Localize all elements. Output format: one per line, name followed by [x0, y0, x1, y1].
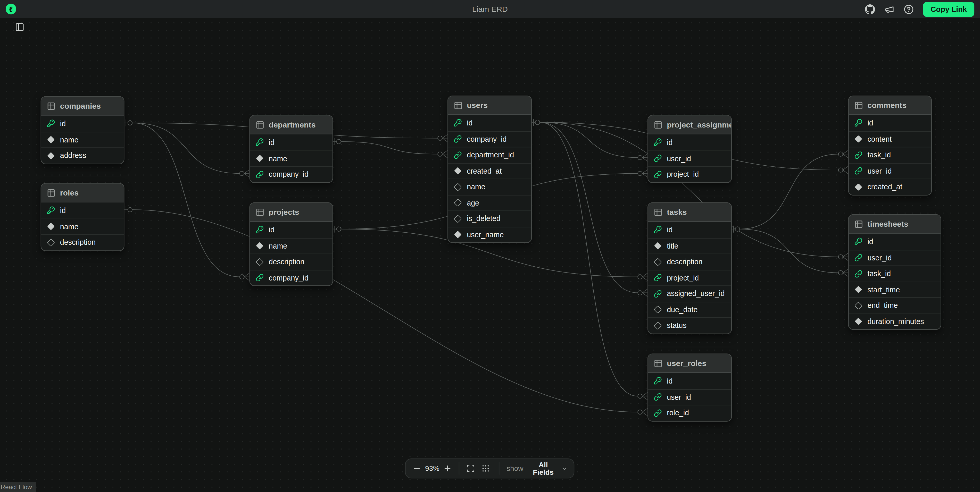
column-tasks-status[interactable]: status [648, 317, 731, 333]
table-timesheets[interactable]: timesheetsiduser_idtask_idstart_timeend_… [848, 214, 941, 330]
column-roles-description[interactable]: description [41, 234, 124, 250]
column-departments-id[interactable]: id [250, 134, 332, 150]
react-flow-attribution[interactable]: React Flow [0, 482, 37, 492]
column-user_roles-id[interactable]: id [648, 373, 731, 389]
column-timesheets-id[interactable]: id [849, 233, 940, 249]
column-users-age[interactable]: age [448, 195, 531, 211]
table-user_roles[interactable]: user_rolesiduser_idrole_id [648, 354, 732, 421]
column-tasks-assigned_user_id[interactable]: assigned_user_id [648, 286, 731, 302]
table-header-departments[interactable]: departments [250, 116, 332, 135]
toolbar-divider [498, 462, 499, 475]
table-title: companies [60, 102, 101, 110]
column-name: project_id [667, 170, 699, 179]
sidebar-toggle-button[interactable] [14, 22, 25, 34]
column-timesheets-user_id[interactable]: user_id [849, 249, 940, 265]
column-projects-company_id[interactable]: company_id [250, 270, 332, 286]
announcements-button[interactable] [885, 4, 895, 14]
zoom-out-button[interactable] [412, 463, 422, 474]
column-project_assignments-project_id[interactable]: project_id [648, 166, 731, 182]
zoom-level: 93% [422, 465, 442, 472]
table-title: project_assignme... [667, 120, 732, 129]
table-header-companies[interactable]: companies [41, 97, 124, 116]
table-projects[interactable]: projectsidnamedescriptioncompany_id [249, 203, 333, 286]
foreign-key-icon [854, 151, 863, 159]
column-projects-name[interactable]: name [250, 238, 332, 254]
app-header: ℓ Liam ERD Copy Link [0, 0, 980, 18]
column-comments-id[interactable]: id [849, 115, 931, 131]
table-roles[interactable]: rolesidnamedescription [41, 183, 124, 251]
table-tasks[interactable]: tasksidtitledescriptionproject_idassigne… [648, 203, 732, 334]
table-header-project_assignments[interactable]: project_assignme... [648, 116, 731, 135]
column-users-name[interactable]: name [448, 178, 531, 195]
chevron-down-icon [562, 465, 568, 472]
foreign-key-icon [654, 170, 662, 178]
column-roles-id[interactable]: id [41, 203, 124, 219]
copy-link-button[interactable]: Copy Link [923, 2, 974, 16]
column-tasks-description[interactable]: description [648, 254, 731, 270]
tidy-up-button[interactable] [481, 463, 491, 474]
column-users-department_id[interactable]: department_id [448, 147, 531, 163]
zoom-in-button[interactable] [442, 463, 452, 474]
fit-view-button[interactable] [466, 463, 476, 474]
column-companies-address[interactable]: address [41, 148, 124, 163]
column-users-company_id[interactable]: company_id [448, 131, 531, 147]
show-mode-value: All Fields [529, 461, 558, 476]
column-project_assignments-id[interactable]: id [648, 134, 731, 150]
column-tasks-id[interactable]: id [648, 222, 731, 238]
column-projects-description[interactable]: description [250, 254, 332, 270]
column-user_roles-user_id[interactable]: user_id [648, 389, 731, 405]
column-comments-task_id[interactable]: task_id [849, 147, 931, 163]
column-comments-created_at[interactable]: created_at [849, 178, 931, 195]
table-header-user_roles[interactable]: user_roles [648, 354, 731, 373]
github-icon [865, 4, 875, 14]
table-comments[interactable]: commentsidcontenttask_iduser_idcreated_a… [848, 95, 932, 195]
nullable-diamond-icon [854, 302, 863, 310]
column-user_roles-role_id[interactable]: role_id [648, 405, 731, 421]
column-departments-company_id[interactable]: company_id [250, 166, 332, 182]
column-tasks-project_id[interactable]: project_id [648, 270, 731, 286]
column-tasks-due_date[interactable]: due_date [648, 302, 731, 317]
table-icon [453, 101, 463, 110]
table-header-timesheets[interactable]: timesheets [849, 215, 940, 233]
column-companies-name[interactable]: name [41, 132, 124, 148]
tables-layer: companiesidnameaddressrolesidnamedescrip… [0, 0, 980, 492]
column-timesheets-start_time[interactable]: start_time [849, 281, 940, 297]
column-departments-name[interactable]: name [250, 150, 332, 166]
erd-canvas[interactable]: companiesidnameaddressrolesidnamedescrip… [0, 0, 980, 492]
github-button[interactable] [865, 4, 876, 14]
column-projects-id[interactable]: id [250, 222, 332, 238]
table-header-roles[interactable]: roles [41, 184, 124, 203]
column-name: id [60, 206, 66, 215]
table-header-projects[interactable]: projects [250, 203, 332, 222]
column-users-is_deleted[interactable]: is_deleted [448, 211, 531, 227]
column-name: address [60, 151, 86, 160]
column-users-user_name[interactable]: user_name [448, 227, 531, 243]
help-button[interactable] [904, 4, 914, 14]
column-timesheets-task_id[interactable]: task_id [849, 265, 940, 281]
column-users-id[interactable]: id [448, 115, 531, 131]
column-comments-content[interactable]: content [849, 131, 931, 147]
column-name: due_date [667, 305, 697, 314]
column-timesheets-duration_minutes[interactable]: duration_minutes [849, 313, 940, 329]
column-comments-user_id[interactable]: user_id [849, 163, 931, 179]
table-companies[interactable]: companiesidnameaddress [41, 96, 124, 164]
show-mode-dropdown[interactable]: All Fields [529, 461, 567, 476]
column-timesheets-end_time[interactable]: end_time [849, 297, 940, 313]
page-title: Liam ERD [472, 5, 508, 13]
column-name: id [269, 138, 275, 146]
column-roles-name[interactable]: name [41, 218, 124, 234]
column-name: id [269, 225, 275, 234]
table-project_assignments[interactable]: project_assignme...iduser_idproject_id [648, 115, 732, 183]
foreign-key-icon [654, 289, 662, 298]
table-header-comments[interactable]: comments [849, 96, 931, 115]
column-project_assignments-user_id[interactable]: user_id [648, 150, 731, 166]
column-name: created_at [467, 167, 501, 175]
table-header-users[interactable]: users [448, 96, 531, 115]
column-tasks-title[interactable]: title [648, 238, 731, 254]
table-header-tasks[interactable]: tasks [648, 203, 731, 222]
column-users-created_at[interactable]: created_at [448, 163, 531, 179]
table-users[interactable]: usersidcompany_iddepartment_idcreated_at… [447, 95, 532, 243]
foreign-key-icon [854, 167, 863, 175]
table-departments[interactable]: departmentsidnamecompany_id [249, 115, 333, 183]
column-companies-id[interactable]: id [41, 116, 124, 132]
